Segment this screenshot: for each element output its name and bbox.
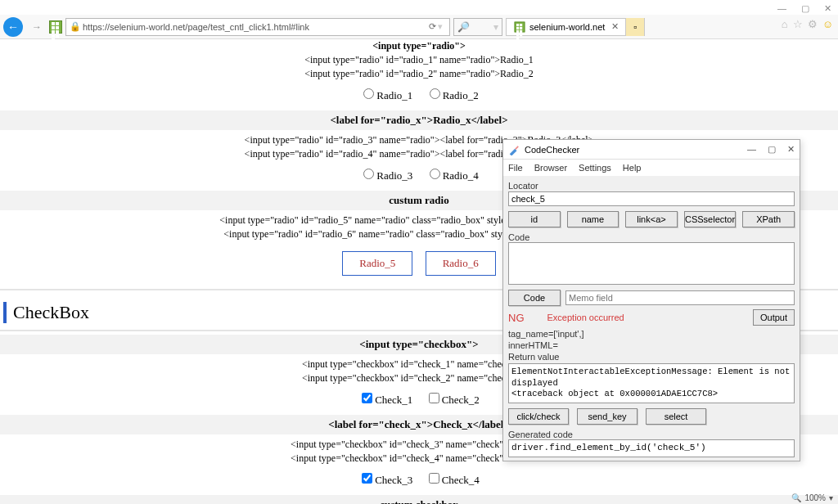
- status-ng: NG: [508, 312, 525, 324]
- window-maximize-icon[interactable]: ▢: [801, 3, 809, 14]
- zoom-indicator[interactable]: 🔍 100% ▾: [791, 493, 833, 502]
- label-radio-3: Radio_3: [376, 169, 412, 182]
- generated-code-box: driver.find_element_by_id('check_5'): [508, 439, 795, 457]
- btn-xpath[interactable]: XPath: [742, 211, 795, 227]
- label-check-4: Check_4: [442, 474, 480, 486]
- btn-cssselector[interactable]: CSSselector: [684, 211, 737, 227]
- locator-input[interactable]: [508, 191, 795, 206]
- header-label-radio: <label for="radio_x">Radio_x</label>: [0, 110, 838, 130]
- code-radio-2: <input type="radio" id="radio_2" name="r…: [0, 67, 838, 81]
- label-radio-2: Radio_2: [443, 89, 479, 101]
- btn-name[interactable]: name: [567, 211, 619, 227]
- search-box[interactable]: 🔎 ▾: [453, 18, 502, 36]
- btn-click-check[interactable]: click/check: [508, 408, 569, 425]
- search-icon: 🔎: [457, 21, 470, 33]
- window-minimize-icon[interactable]: —: [777, 3, 786, 14]
- chevron-down-icon: ▾: [493, 21, 498, 33]
- cc-maximize-icon[interactable]: ▢: [768, 144, 776, 155]
- url-text: https://selenium-world.net/page/test_cnt…: [83, 22, 309, 32]
- header-custom-checkbox: custum checkbox: [0, 495, 838, 504]
- menu-browser[interactable]: Browser: [534, 163, 567, 173]
- browser-toolbar: ← → 🔒 https://selenium-world.net/page/te…: [0, 15, 838, 39]
- label-locator: Locator: [508, 181, 795, 191]
- check-4[interactable]: [429, 473, 439, 484]
- label-radio-1: Radio_1: [376, 89, 412, 101]
- radio-3[interactable]: [363, 169, 374, 179]
- codechecker-title: CodeChecker: [525, 145, 579, 155]
- custom-radio-5[interactable]: Radio_5: [342, 251, 412, 276]
- label-generated-code: Generated code: [508, 430, 795, 439]
- cc-close-icon[interactable]: ✕: [787, 144, 795, 155]
- label-code: Code: [508, 232, 795, 242]
- chevron-down-icon: ▾: [829, 493, 833, 502]
- feather-icon: [508, 144, 520, 155]
- return-value-box: ElementNotInteractableExceptionMessage: …: [508, 363, 795, 403]
- radio-2[interactable]: [430, 88, 440, 99]
- star-icon[interactable]: ☆: [793, 18, 803, 30]
- codechecker-titlebar[interactable]: CodeChecker — ▢ ✕: [503, 140, 800, 160]
- gear-icon[interactable]: ⚙: [808, 18, 818, 30]
- zoom-icon: 🔍: [791, 493, 801, 502]
- menu-help[interactable]: Help: [623, 163, 642, 173]
- btn-output[interactable]: Output: [753, 309, 795, 326]
- codechecker-window: CodeChecker — ▢ ✕ File Browser Settings …: [502, 139, 800, 461]
- back-button[interactable]: ←: [3, 17, 23, 37]
- memo-field[interactable]: [565, 290, 795, 305]
- new-tab-button[interactable]: ▫: [626, 18, 644, 36]
- radio-1[interactable]: [363, 88, 374, 99]
- code-radio-1: <input type="radio" id="radio_1" name="r…: [0, 53, 838, 67]
- btn-id[interactable]: id: [508, 211, 561, 227]
- code-textarea[interactable]: [508, 242, 795, 285]
- label-check-3: Check_3: [375, 474, 412, 486]
- tab-title: selenium-world.net: [529, 22, 605, 32]
- home-icon[interactable]: ⌂: [782, 18, 788, 30]
- label-return: Return value: [508, 352, 795, 362]
- refresh-icon[interactable]: ⟳: [429, 21, 436, 32]
- address-bar[interactable]: 🔒 https://selenium-world.net/page/test_c…: [65, 18, 450, 36]
- forward-button[interactable]: →: [29, 20, 44, 34]
- check-3[interactable]: [362, 473, 372, 484]
- lock-icon: 🔒: [70, 21, 81, 32]
- header-input-radio: <input type="radio">: [0, 39, 838, 53]
- smile-icon[interactable]: ☺: [822, 18, 833, 30]
- btn-send-key[interactable]: send_key: [577, 408, 638, 425]
- tag-name-text: tag_name=['input',]: [508, 329, 795, 339]
- custom-radio-6[interactable]: Radio_6: [426, 251, 496, 276]
- btn-code[interactable]: Code: [508, 290, 561, 306]
- window-close-icon[interactable]: ✕: [824, 3, 831, 14]
- menu-file[interactable]: File: [508, 163, 523, 173]
- label-check-2: Check_2: [442, 394, 480, 406]
- btn-link[interactable]: link<a>: [625, 211, 678, 227]
- codechecker-menubar: File Browser Settings Help: [503, 160, 800, 176]
- label-radio-4: Radio_4: [443, 169, 479, 182]
- site-favicon: [49, 20, 62, 34]
- browser-tab[interactable]: selenium-world.net ✕: [507, 19, 626, 35]
- cc-minimize-icon[interactable]: —: [747, 144, 756, 155]
- check-2[interactable]: [429, 393, 439, 403]
- label-check-1: Check_1: [375, 394, 412, 406]
- menu-settings[interactable]: Settings: [579, 163, 611, 173]
- zoom-value: 100%: [804, 493, 826, 502]
- btn-select[interactable]: select: [646, 408, 706, 425]
- check-1[interactable]: [362, 393, 372, 403]
- tab-close-icon[interactable]: ✕: [611, 21, 619, 32]
- inner-html-text: innerHTML=: [508, 340, 795, 350]
- status-exception: Exception occurred: [547, 313, 624, 322]
- radio-4[interactable]: [430, 169, 440, 179]
